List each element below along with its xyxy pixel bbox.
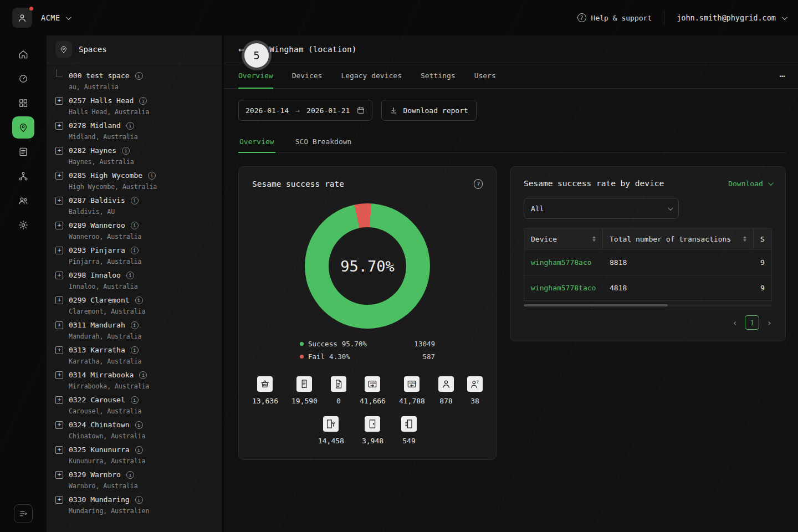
expand-plus-icon[interactable]: + [55, 496, 63, 504]
space-tree-item[interactable]: + 0289 Wanneroo i Wanneroo, Australia [55, 219, 217, 241]
device-filter-select[interactable]: All [524, 198, 679, 219]
space-tree-item[interactable]: + 0282 Haynes i Haynes, Australia [55, 145, 217, 166]
space-name: 0293 Pinjarra [69, 246, 125, 254]
tab-settings[interactable]: Settings [421, 63, 456, 88]
expand-plus-icon[interactable]: + [55, 197, 63, 204]
info-icon[interactable]: i [131, 321, 139, 329]
device-link[interactable]: wingham5778taco [531, 284, 596, 292]
page-number[interactable]: 1 [745, 315, 759, 330]
nav-settings[interactable] [12, 214, 34, 236]
expand-plus-icon[interactable]: + [55, 446, 63, 454]
col-device-label: Device [531, 235, 557, 243]
info-icon[interactable]: i [148, 172, 156, 180]
nav-locations[interactable] [12, 116, 34, 139]
sidebar-collapse-button[interactable] [14, 504, 33, 523]
help-question-icon[interactable]: ? [474, 179, 483, 189]
horizontal-scrollbar[interactable] [524, 304, 772, 306]
expand-plus-icon[interactable]: + [55, 471, 63, 479]
legend-row-fail: Fail 4.30% 587 [300, 352, 435, 361]
info-icon[interactable]: i [139, 371, 147, 379]
space-tree-item[interactable]: + 0314 Mirrabooka i Mirrabooka, Australi… [55, 369, 217, 390]
space-tree-item[interactable]: + 0293 Pinjarra i Pinjarra, Australia [55, 244, 217, 265]
nav-reports[interactable] [12, 141, 34, 163]
info-icon[interactable]: i [131, 222, 139, 229]
stat-paper: 0 [331, 376, 346, 405]
info-icon[interactable]: i [135, 496, 143, 504]
space-tree-item[interactable]: + 0285 High Wycombe i High Wycombe, Aust… [55, 170, 217, 191]
expand-plus-icon[interactable]: + [55, 222, 63, 229]
expand-plus-icon[interactable]: + [55, 346, 63, 354]
space-tree-item[interactable]: + 0298 Innaloo i Innaloo, Australia [55, 269, 217, 290]
sort-icon[interactable] [592, 236, 596, 242]
space-tree-item[interactable]: + 0299 Claremont i Claremont, Australia [55, 294, 217, 315]
user-menu[interactable]: john.smith@phygrid.com [677, 13, 786, 22]
space-tree-item[interactable]: + 0330 Mundaring i Mundaring, Australien [55, 494, 217, 515]
account-avatar[interactable] [12, 8, 32, 28]
date-range-picker[interactable]: 2026-01-14 → 2026-01-21 [238, 100, 372, 121]
spaces-list: + 000 test space i au, Australia + 0257 … [47, 63, 222, 532]
scrollbar-thumb[interactable] [524, 304, 668, 306]
back-button[interactable]: ← [238, 44, 244, 55]
more-options-button[interactable]: ⋯ [780, 63, 786, 88]
nav-dashboard[interactable] [12, 68, 34, 90]
nav-home[interactable] [12, 43, 34, 65]
info-icon[interactable]: i [131, 197, 139, 204]
info-icon[interactable]: i [135, 72, 143, 80]
page-prev-button[interactable]: ‹ [733, 318, 738, 328]
nav-flows[interactable] [12, 165, 34, 187]
sort-icon[interactable] [743, 236, 746, 242]
tab-legacy-devices[interactable]: Legacy devices [341, 63, 402, 88]
download-report-button[interactable]: Download report [381, 100, 476, 121]
space-tree-item[interactable]: + 0329 Warnbro i Warnbro, Australia [55, 469, 217, 490]
space-tree-item[interactable]: + 0257 Halls Head i Halls Head, Australi… [55, 95, 217, 116]
info-icon[interactable]: i [126, 122, 134, 130]
expand-plus-icon[interactable]: + [55, 321, 63, 329]
help-support-link[interactable]: ? Help & support [577, 13, 652, 22]
expand-plus-icon[interactable]: + [55, 122, 63, 130]
space-tree-item[interactable]: + 0313 Karratha i Karratha, Australia [55, 344, 217, 365]
subtab-overview[interactable]: Overview [238, 132, 275, 152]
nav-team[interactable] [12, 190, 34, 212]
expand-plus-icon[interactable]: + [55, 296, 63, 304]
space-location: Midland, Australia [69, 133, 217, 141]
info-icon[interactable]: i [131, 247, 139, 254]
space-tree-item[interactable]: + 000 test space i au, Australia [55, 70, 217, 91]
legend-success-count: 13049 [414, 340, 435, 348]
space-tree-item[interactable]: + 0322 Carousel i Carousel, Australia [55, 394, 217, 415]
info-icon[interactable]: i [122, 147, 130, 155]
space-tree-item[interactable]: + 0324 Chinatown i Chinatown, Australia [55, 419, 217, 440]
tab-users[interactable]: Users [474, 63, 496, 88]
download-dropdown[interactable]: Download [728, 180, 772, 188]
device-link[interactable]: wingham5778aco [531, 258, 592, 267]
expand-plus-icon[interactable]: + [55, 97, 63, 105]
expand-plus-icon[interactable]: + [55, 172, 63, 180]
space-tree-item[interactable]: + 0325 Kununurra i Kununurra, Australia [55, 444, 217, 465]
expand-plus-icon[interactable]: + [55, 272, 63, 279]
info-icon[interactable]: i [126, 471, 134, 479]
space-name: 0313 Karratha [69, 346, 125, 354]
info-icon[interactable]: i [131, 346, 139, 354]
info-icon[interactable]: i [135, 296, 143, 304]
donut-hole: 95.70% [329, 227, 406, 305]
expand-plus-icon[interactable]: + [55, 371, 63, 379]
expand-plus-icon[interactable]: + [55, 247, 63, 254]
expand-plus-icon[interactable]: + [55, 147, 63, 155]
page-next-button[interactable]: › [766, 318, 772, 328]
space-tree-item[interactable]: + 0311 Mandurah i Mandurah, Australia [55, 319, 217, 340]
expand-plus-icon[interactable]: + [55, 396, 63, 404]
info-icon[interactable]: i [139, 97, 147, 105]
nav-apps[interactable] [12, 92, 34, 114]
space-tree-item[interactable]: + 0278 Midland i Midland, Australia [55, 120, 217, 141]
info-icon[interactable]: i [131, 396, 139, 404]
space-tree-item[interactable]: + 0287 Baldivis i Baldivis, AU [55, 195, 217, 216]
tab-devices[interactable]: Devices [292, 63, 323, 88]
info-icon[interactable]: i [135, 421, 143, 429]
subtab-sco-breakdown[interactable]: SCO Breakdown [294, 132, 353, 152]
table-row[interactable]: wingham5778aco 8818 9 [524, 249, 771, 275]
info-icon[interactable]: i [135, 446, 143, 454]
org-switcher[interactable]: ACME [41, 13, 70, 22]
expand-plus-icon[interactable]: + [55, 421, 63, 429]
table-row[interactable]: wingham5778taco 4818 9 [524, 275, 771, 300]
spaces-header: Spaces [47, 35, 222, 63]
info-icon[interactable]: i [126, 272, 134, 279]
